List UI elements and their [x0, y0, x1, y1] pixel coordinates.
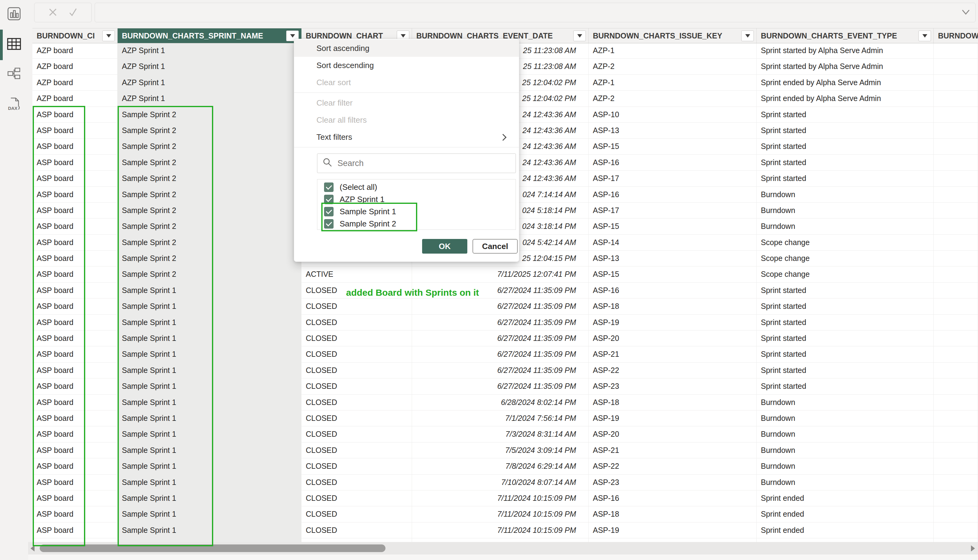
cell-overflow-column[interactable] — [934, 506, 978, 522]
cell-event-date[interactable]: 7/10/2024 8:07:14 AM — [412, 475, 588, 490]
cell-event-type[interactable]: Scope change — [757, 250, 934, 266]
cell-issue-key[interactable]: AZP-2 — [588, 91, 757, 106]
cell-event-type[interactable]: Sprint started — [757, 138, 934, 154]
cell-event-type[interactable]: Sprint ended — [757, 490, 934, 506]
cell-overflow-column[interactable] — [934, 123, 978, 138]
cell-issue-key[interactable]: ASP-16 — [588, 490, 757, 506]
cell-issue-key[interactable]: ASP-20 — [588, 426, 757, 442]
cell-event-date[interactable]: 7/11/2025 12:07:41 PM — [412, 267, 588, 282]
cell-event-date[interactable]: 7/11/2024 10:15:09 PM — [412, 522, 588, 538]
cell-issue-key[interactable]: ASP-19 — [588, 522, 757, 538]
cell-board-name[interactable]: ASP board — [32, 506, 118, 522]
cell-overflow-column[interactable] — [934, 187, 978, 202]
cell-board-name[interactable]: ASP board — [32, 138, 118, 154]
cell-event-date[interactable]: 7/1/2024 7:56:14 PM — [412, 410, 588, 426]
cell-event-type[interactable]: Sprint ended by Alpha Serve Admin — [757, 75, 934, 90]
cell-overflow-column[interactable] — [934, 283, 978, 298]
cell-sprint-name[interactable]: Sample Sprint 2 — [118, 250, 301, 266]
column-header-overflow-column[interactable]: BURNDOW — [934, 28, 978, 43]
cell-overflow-column[interactable] — [934, 330, 978, 346]
checkbox-icon[interactable] — [324, 182, 334, 192]
menu-item-sort-descending[interactable]: Sort descending — [294, 57, 519, 74]
cell-overflow-column[interactable] — [934, 315, 978, 330]
chevron-down-icon[interactable] — [961, 8, 970, 18]
cell-board-name[interactable]: ASP board — [32, 378, 118, 394]
cell-sprint-state[interactable]: CLOSED — [301, 330, 412, 346]
cell-event-date[interactable]: 7/11/2024 10:15:09 PM — [412, 506, 588, 522]
cell-board-name[interactable]: ASP board — [32, 171, 118, 186]
cell-board-name[interactable]: ASP board — [32, 315, 118, 330]
cell-board-name[interactable]: ASP board — [32, 395, 118, 410]
cell-sprint-name[interactable]: Sample Sprint 1 — [118, 363, 301, 378]
cell-event-date[interactable]: 7/11/2024 10:15:09 PM — [412, 490, 588, 506]
cell-issue-key[interactable]: ASP-18 — [588, 298, 757, 314]
cell-board-name[interactable]: ASP board — [32, 187, 118, 202]
cell-event-type[interactable]: Burndown — [757, 395, 934, 410]
menu-item-sort-ascending[interactable]: Sort ascending — [294, 40, 519, 57]
cell-overflow-column[interactable] — [934, 43, 978, 58]
column-header-issue-key[interactable]: BURNDOWN_CHARTS_ISSUE_KEY — [588, 28, 757, 43]
cell-board-name[interactable]: ASP board — [32, 123, 118, 138]
cell-sprint-state[interactable]: ACTIVE — [301, 267, 412, 282]
cell-sprint-name[interactable]: Sample Sprint 2 — [118, 155, 301, 170]
cell-sprint-name[interactable]: Sample Sprint 1 — [118, 298, 301, 314]
cell-issue-key[interactable]: AZP-2 — [588, 58, 757, 74]
cell-sprint-name[interactable]: AZP Sprint 1 — [118, 58, 301, 74]
cell-board-name[interactable]: ASP board — [32, 475, 118, 490]
cell-issue-key[interactable]: ASP-22 — [588, 363, 757, 378]
formula-input[interactable] — [100, 5, 954, 20]
cell-event-type[interactable]: Sprint started — [757, 155, 934, 170]
cell-overflow-column[interactable] — [934, 538, 978, 542]
cell-event-date[interactable]: 6/27/2024 11:35:09 PM — [412, 378, 588, 394]
cell-overflow-column[interactable] — [934, 58, 978, 74]
cell-sprint-state[interactable]: CLOSED — [301, 347, 412, 362]
cell-issue-key[interactable]: ASP-13 — [588, 123, 757, 138]
filter-option-azp-sprint-1[interactable]: AZP Sprint 1 — [318, 193, 516, 205]
cell-overflow-column[interactable] — [934, 347, 978, 362]
filter-button-board-name[interactable] — [102, 30, 115, 41]
cell-event-type[interactable]: Burndown — [757, 475, 934, 490]
cell-sprint-name[interactable]: Sample Sprint 1 — [118, 538, 301, 542]
cell-board-name[interactable]: ASP board — [32, 426, 118, 442]
cell-board-name[interactable]: ASP board — [32, 283, 118, 298]
cell-sprint-name[interactable]: Sample Sprint 1 — [118, 490, 301, 506]
cell-sprint-name[interactable]: Sample Sprint 1 — [118, 283, 301, 298]
cell-event-type[interactable]: Sprint started — [757, 123, 934, 138]
cell-overflow-column[interactable] — [934, 155, 978, 170]
cell-issue-key[interactable]: ASP-16 — [588, 283, 757, 298]
cell-sprint-name[interactable]: Sample Sprint 2 — [118, 171, 301, 186]
cell-event-type[interactable]: Burndown — [757, 187, 934, 202]
cell-sprint-state[interactable]: CLOSED — [301, 443, 412, 458]
cell-issue-key[interactable]: ASP-13 — [588, 250, 757, 266]
cell-event-type[interactable]: Scope change — [757, 267, 934, 282]
ok-button[interactable]: OK — [422, 239, 467, 253]
cell-board-name[interactable]: ASP board — [32, 443, 118, 458]
cancel-button[interactable] — [47, 7, 59, 18]
cell-board-name[interactable]: ASP board — [32, 218, 118, 234]
menu-item-text-filters[interactable]: Text filters — [294, 128, 519, 145]
cell-overflow-column[interactable] — [934, 107, 978, 122]
cell-sprint-name[interactable]: Sample Sprint 1 — [118, 426, 301, 442]
column-header-event-type[interactable]: BURNDOWN_CHARTS_EVENT_TYPE — [757, 28, 934, 43]
cell-issue-key[interactable]: ASP-22 — [588, 458, 757, 474]
cell-issue-key[interactable]: ASP-21 — [588, 443, 757, 458]
cell-sprint-state[interactable]: CLOSED — [301, 410, 412, 426]
cell-sprint-state[interactable]: CLOSED — [301, 395, 412, 410]
cell-sprint-name[interactable]: Sample Sprint 1 — [118, 315, 301, 330]
cell-sprint-name[interactable]: Sample Sprint 1 — [118, 458, 301, 474]
cell-board-name[interactable]: ASP board — [32, 203, 118, 218]
cell-event-type[interactable]: Sprint ended — [757, 506, 934, 522]
cell-issue-key[interactable]: ASP-19 — [588, 315, 757, 330]
cell-issue-key[interactable]: ASP-10 — [588, 107, 757, 122]
cell-board-name[interactable]: ASP board — [32, 458, 118, 474]
cell-sprint-name[interactable]: AZP Sprint 1 — [118, 75, 301, 90]
cell-sprint-name[interactable]: Sample Sprint 2 — [118, 138, 301, 154]
cell-sprint-name[interactable]: Sample Sprint 2 — [118, 203, 301, 218]
cell-event-type[interactable]: Burndown — [757, 218, 934, 234]
cell-issue-key[interactable]: AZP-1 — [588, 43, 757, 58]
cell-sprint-name[interactable]: Sample Sprint 2 — [118, 267, 301, 282]
cell-event-type[interactable]: Sprint started — [757, 283, 934, 298]
cell-event-type[interactable]: Burndown — [757, 410, 934, 426]
cell-overflow-column[interactable] — [934, 475, 978, 490]
cell-sprint-state[interactable]: CLOSED — [301, 426, 412, 442]
